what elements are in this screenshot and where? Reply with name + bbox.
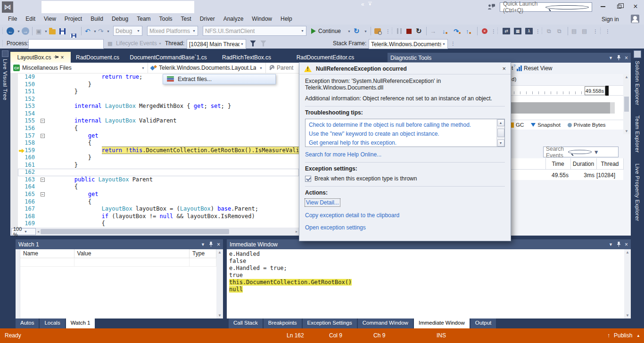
- save-button[interactable]: [59, 26, 66, 36]
- pause-button[interactable]: [397, 26, 402, 36]
- toolbar-overflow-icon[interactable]: ⋮: [605, 26, 610, 36]
- code-line-168[interactable]: 168 if (layoutBox != null && layoutBox.I…: [18, 213, 299, 220]
- close-icon[interactable]: ×: [217, 241, 220, 248]
- process-combobox[interactable]: [28, 39, 104, 49]
- tab-call-stack[interactable]: Call Stack: [229, 318, 263, 328]
- panel-icon[interactable]: [634, 50, 641, 58]
- document-tab-raddocument-cs[interactable]: RadDocument.cs: [71, 52, 124, 63]
- scroll-up-icon[interactable]: ▲: [626, 250, 629, 254]
- code-line-153[interactable]: 153 internal LayoutBox MergedWithBox { g…: [18, 103, 299, 110]
- scroll-up-icon[interactable]: ▲: [218, 250, 222, 254]
- tab-solution-explorer[interactable]: Solution Explorer: [635, 61, 640, 105]
- scroll-down-icon[interactable]: ▼: [623, 129, 630, 133]
- tab-team-explorer[interactable]: Team Explorer: [635, 115, 640, 153]
- thread-combobox[interactable]: [10284] Main Thread▼: [187, 39, 246, 49]
- quick-launch-input[interactable]: Quick Launch (Ctrl+Q): [500, 2, 592, 12]
- watch-title-bar[interactable]: Watch 1 ▼ ×: [16, 239, 223, 249]
- step-over-button[interactable]: ↷: [454, 26, 459, 36]
- find-in-files-button[interactable]: [374, 26, 381, 36]
- extract-files-popup[interactable]: Extract files...: [163, 74, 276, 84]
- code-line-155[interactable]: 155− internal LayoutBox ValidParent: [18, 117, 299, 125]
- stop-debugging-button[interactable]: [406, 26, 412, 36]
- break-when-thrown-checkbox[interactable]: [305, 176, 311, 182]
- watch-column-type[interactable]: Type: [190, 249, 216, 258]
- diagnostic-tools-title-bar[interactable]: Diagnostic Tools ▼ ×: [388, 53, 631, 63]
- open-file-button[interactable]: [49, 26, 56, 36]
- tab-exception-settings[interactable]: Exception Settings: [303, 318, 357, 328]
- pin-icon[interactable]: [54, 54, 58, 61]
- close-icon[interactable]: ×: [625, 241, 628, 248]
- horizontal-scrollbar-thumb[interactable]: [41, 229, 229, 234]
- toolbar-overflow-icon[interactable]: ⋮: [491, 26, 496, 36]
- document-tab-raddocumenteditor-cs[interactable]: RadDocumentEditor.cs: [281, 52, 370, 63]
- search-events-input[interactable]: Search Events ▼: [543, 147, 619, 157]
- watch-cell[interactable]: [74, 258, 190, 266]
- navigate-forward-button[interactable]: →: [22, 26, 29, 36]
- tab-breakpoints[interactable]: Breakpoints: [264, 318, 302, 328]
- scroll-down-icon[interactable]: ▼: [626, 313, 629, 318]
- tab-locals[interactable]: Locals: [40, 318, 65, 328]
- scroll-up-icon[interactable]: ▲: [623, 75, 630, 79]
- menu-tools[interactable]: Tools: [155, 14, 177, 24]
- toolbar-overflow-icon[interactable]: ⋮: [536, 26, 540, 36]
- new-project-button[interactable]: ▣: [36, 26, 41, 36]
- code-line-159[interactable]: 159 return !this.DocumentCollection.GetR…: [18, 147, 299, 155]
- restore-button[interactable]: [611, 0, 627, 13]
- tips-scrollbar[interactable]: ▲ ▼: [496, 119, 504, 147]
- refresh-dropdown[interactable]: ▼: [363, 26, 367, 36]
- toolbar-overflow-icon[interactable]: ⋮: [593, 26, 598, 36]
- tab-autos[interactable]: Autos: [16, 318, 39, 328]
- format-document-button[interactable]: ▤: [571, 26, 577, 36]
- redo-button[interactable]: ↷: [98, 26, 104, 36]
- undo-dropdown[interactable]: ▼: [92, 26, 97, 36]
- menu-project[interactable]: Project: [60, 14, 86, 24]
- code-line-164[interactable]: 164 {: [18, 183, 299, 191]
- collapse-icon[interactable]: −: [41, 178, 45, 182]
- close-icon[interactable]: ×: [625, 55, 628, 61]
- menu-view[interactable]: View: [40, 14, 60, 24]
- member-dropdown[interactable]: Parent: [266, 63, 296, 73]
- copy-exception-detail-link[interactable]: Copy exception detail to the clipboard: [305, 212, 399, 219]
- open-exception-settings-link[interactable]: Open exception settings: [305, 224, 366, 231]
- stack-frame-combobox[interactable]: Telerik.Windows.Documents.Layout.Layou▼: [369, 39, 448, 49]
- menu-build[interactable]: Build: [86, 14, 107, 24]
- immediate-scrollbar[interactable]: ▲ ▼: [624, 249, 631, 318]
- solution-configurations-combobox[interactable]: Debug▼: [113, 26, 142, 36]
- send-feedback-icon[interactable]: [487, 3, 495, 12]
- thread-suppress-icon[interactable]: [260, 39, 266, 48]
- watch-grid[interactable]: NameValueType: [16, 249, 216, 318]
- pin-icon[interactable]: [617, 242, 621, 247]
- copy-child-button[interactable]: ⧉: [557, 26, 561, 36]
- scrollbar-thumb[interactable]: [497, 129, 504, 137]
- menu-help[interactable]: Help: [276, 14, 297, 24]
- code-line-162[interactable]: 162: [18, 169, 299, 176]
- scroll-down-icon[interactable]: ▼: [497, 139, 504, 147]
- code-line-151[interactable]: 151 }: [18, 88, 299, 96]
- diagnostics-scrollbar[interactable]: ▲ ▼: [623, 74, 630, 134]
- code-line-169[interactable]: 169 {: [18, 220, 299, 228]
- menu-analyze[interactable]: Analyze: [219, 14, 248, 24]
- type-dropdown[interactable]: Telerik.Windows.Documents.Layout.Layou ▼: [148, 63, 266, 73]
- watch-cell[interactable]: [190, 258, 216, 266]
- scroll-up-icon[interactable]: ▲: [497, 119, 504, 126]
- publish-button[interactable]: Publish: [614, 332, 632, 339]
- search-help-online-link[interactable]: Search for more Help Online...: [305, 151, 381, 158]
- restart-button[interactable]: ↻: [416, 26, 422, 36]
- view-detail-link[interactable]: View Detail...: [305, 199, 340, 206]
- copy-parent-button[interactable]: ⧉: [547, 26, 551, 36]
- menu-debug[interactable]: Debug: [107, 14, 132, 24]
- troubleshooting-tip-link[interactable]: Use the "new" keyword to create an objec…: [309, 130, 494, 139]
- watch-column-value[interactable]: Value: [74, 249, 190, 258]
- watch-column-name[interactable]: Name: [20, 249, 74, 258]
- code-map-button[interactable]: ⇄: [503, 26, 510, 36]
- events-column-duration[interactable]: Duration: [570, 158, 596, 170]
- close-icon[interactable]: ×: [61, 54, 64, 61]
- solution-platforms-combobox[interactable]: Mixed Platforms▼: [147, 26, 198, 36]
- toolbar-overflow-icon[interactable]: ⋮: [451, 39, 455, 48]
- tab-watch-1[interactable]: Watch 1: [66, 318, 95, 328]
- code-editor[interactable]: 149 return true;150 }151 }152153 interna…: [10, 74, 299, 228]
- step-out-button[interactable]: ↑: [466, 26, 469, 36]
- zoom-level-dropdown[interactable]: 100 %▼: [11, 228, 36, 235]
- tab-live-property-explorer[interactable]: Live Property Explorer: [635, 163, 640, 221]
- code-line-163[interactable]: 163− public LayoutBox Parent: [18, 176, 299, 184]
